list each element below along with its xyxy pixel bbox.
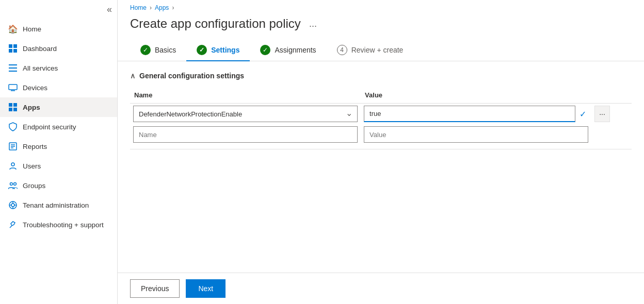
tenant-icon	[8, 200, 18, 210]
svg-rect-0	[9, 44, 12, 48]
svg-rect-4	[9, 64, 17, 65]
breadcrumb-sep-2: ›	[172, 4, 174, 11]
tab-settings[interactable]: ✓ Settings	[186, 40, 250, 61]
sidebar-item-dashboard[interactable]: Dashboard	[0, 39, 117, 58]
sidebar-item-label: Devices	[23, 84, 47, 92]
svg-rect-10	[13, 103, 17, 107]
row1-more-button[interactable]: ···	[594, 106, 610, 122]
col-header-name: Name	[130, 88, 361, 104]
table-row: DefenderNetworkProtectionEnable ✓	[130, 104, 632, 125]
svg-rect-1	[13, 44, 17, 48]
row1-action-cell: ···	[591, 104, 632, 125]
tab-review-create[interactable]: 4 Review + create	[327, 40, 414, 61]
sidebar-item-home[interactable]: 🏠 Home	[0, 19, 117, 39]
devices-icon	[8, 83, 18, 92]
row2-name-cell	[130, 124, 361, 145]
previous-button[interactable]: Previous	[130, 279, 180, 298]
row2-action-cell	[591, 124, 632, 145]
svg-point-17	[11, 163, 14, 166]
row1-name-select[interactable]: DefenderNetworkProtectionEnable	[133, 106, 358, 122]
basics-check-icon: ✓	[140, 45, 151, 55]
sidebar-item-label: Endpoint security	[23, 123, 76, 131]
tab-settings-label: Settings	[211, 46, 239, 54]
svg-rect-9	[9, 103, 12, 107]
sidebar-item-troubleshooting[interactable]: Troubleshooting + support	[0, 215, 117, 234]
review-number-icon: 4	[337, 45, 347, 55]
svg-point-21	[11, 204, 14, 207]
page-title: Create app configuration policy	[130, 16, 301, 31]
groups-icon	[8, 181, 18, 190]
row2-value-cell	[361, 124, 591, 145]
section-toggle-icon[interactable]: ∧	[130, 72, 135, 80]
footer: Previous Next	[118, 273, 644, 304]
breadcrumb-sep-1: ›	[150, 4, 152, 11]
svg-rect-3	[13, 49, 17, 53]
tab-basics[interactable]: ✓ Basics	[130, 40, 186, 61]
sidebar-item-devices[interactable]: Devices	[0, 78, 117, 97]
tab-basics-label: Basics	[155, 46, 176, 54]
breadcrumb-apps[interactable]: Apps	[155, 4, 169, 11]
users-icon	[8, 161, 18, 171]
sidebar-item-label: Tenant administration	[23, 201, 89, 209]
sidebar-item-endpoint-security[interactable]: Endpoint security	[0, 117, 117, 137]
svg-rect-2	[9, 49, 12, 53]
sidebar-item-label: Home	[23, 25, 41, 33]
all-services-icon	[8, 63, 18, 73]
col-header-value: Value	[361, 88, 591, 104]
table-divider	[130, 149, 632, 149]
row2-value-input[interactable]	[364, 126, 588, 143]
sidebar-item-label: Users	[23, 162, 41, 170]
breadcrumb-home[interactable]: Home	[130, 4, 147, 11]
section-header: ∧ General configuration settings	[130, 72, 632, 80]
tab-review-label: Review + create	[351, 46, 404, 54]
sidebar-item-label: Reports	[23, 143, 47, 150]
sidebar-item-all-services[interactable]: All services	[0, 58, 117, 78]
row1-name-wrapper: DefenderNetworkProtectionEnable	[133, 106, 358, 122]
assignments-check-icon: ✓	[260, 45, 270, 55]
table-row-empty	[130, 124, 632, 145]
settings-check-icon: ✓	[197, 45, 207, 55]
row1-value-cell: ✓	[361, 104, 591, 125]
svg-rect-11	[9, 108, 12, 111]
reports-icon	[8, 142, 18, 151]
svg-rect-12	[13, 108, 17, 111]
apps-icon	[8, 103, 18, 112]
sidebar-item-label: Troubleshooting + support	[23, 221, 104, 229]
content-area: ∧ General configuration settings Name Va…	[118, 61, 644, 273]
row1-value-wrap	[364, 106, 575, 122]
tab-assignments-label: Assignments	[275, 46, 316, 54]
main-content: Home › Apps › Create app configuration p…	[118, 0, 644, 304]
troubleshooting-icon	[8, 220, 18, 229]
sidebar-item-label: All services	[23, 64, 58, 72]
row1-value-input[interactable]	[364, 106, 575, 122]
sidebar-item-apps[interactable]: Apps	[0, 97, 117, 117]
security-icon	[8, 122, 18, 131]
row2-name-input[interactable]	[133, 126, 358, 143]
svg-rect-6	[9, 71, 17, 72]
dashboard-icon	[8, 44, 18, 53]
sidebar-collapse-button[interactable]: «	[0, 0, 117, 19]
row1-check-icon[interactable]: ✓	[577, 109, 588, 119]
breadcrumb: Home › Apps ›	[118, 0, 644, 11]
config-table: Name Value DefenderNetworkProtectionEnab…	[130, 88, 632, 145]
sidebar-item-label: Apps	[23, 104, 40, 111]
sidebar-item-label: Groups	[23, 182, 45, 190]
row1-name-cell: DefenderNetworkProtectionEnable	[130, 104, 361, 125]
next-button[interactable]: Next	[186, 279, 226, 298]
sidebar-item-users[interactable]: Users	[0, 156, 117, 176]
sidebar-item-groups[interactable]: Groups	[0, 176, 117, 195]
section-title: General configuration settings	[139, 72, 244, 80]
page-header: Create app configuration policy ...	[118, 11, 644, 31]
sidebar-item-tenant-admin[interactable]: Tenant administration	[0, 195, 117, 215]
col-header-action	[591, 88, 632, 104]
more-options-button[interactable]: ...	[309, 19, 317, 29]
sidebar: « 🏠 Home Dashboard All services Devices …	[0, 0, 118, 304]
sidebar-item-reports[interactable]: Reports	[0, 137, 117, 156]
svg-point-19	[14, 183, 17, 185]
tab-assignments[interactable]: ✓ Assignments	[250, 40, 326, 61]
svg-rect-7	[9, 85, 17, 90]
row1-value-row: ✓	[364, 106, 588, 122]
svg-point-18	[10, 183, 13, 185]
svg-rect-5	[9, 67, 17, 69]
sidebar-item-label: Dashboard	[23, 45, 57, 53]
